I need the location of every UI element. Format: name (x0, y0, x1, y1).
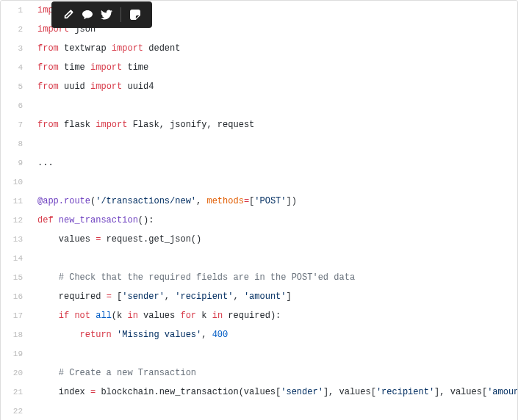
line-content: # Create a new Transaction (30, 363, 518, 383)
line-number[interactable]: 14 (1, 249, 30, 268)
code-line: 12def new_transaction(): (1, 211, 518, 230)
code-line: 22 (1, 402, 518, 420)
toolbar-divider (120, 7, 121, 22)
code-line: 11@app.route('/transactions/new', method… (1, 192, 518, 211)
line-number[interactable]: 10 (1, 173, 30, 192)
line-number[interactable]: 11 (1, 192, 30, 211)
line-number[interactable]: 20 (1, 363, 30, 383)
line-content: from time import time (30, 58, 518, 77)
code-line: 16 required = ['sender', 'recipient', 'a… (1, 287, 518, 306)
sticker-icon[interactable] (126, 7, 145, 22)
line-number[interactable]: 21 (1, 383, 30, 402)
line-number[interactable]: 1 (1, 1, 30, 20)
line-content (30, 134, 518, 153)
line-content: return 'Missing values', 400 (30, 325, 518, 344)
pencil-icon[interactable] (59, 7, 78, 22)
code-line: 4from time import time (1, 58, 518, 77)
line-content: from flask import Flask, jsonify, reques… (30, 115, 518, 134)
line-content: ... (30, 153, 518, 173)
line-content: required = ['sender', 'recipient', 'amou… (30, 287, 518, 306)
line-content: if not all(k in values for k in required… (30, 306, 518, 325)
line-number[interactable]: 5 (1, 77, 30, 96)
code-line: 21 index = blockchain.new_transaction(va… (1, 383, 518, 402)
code-line: 17 if not all(k in values for k in requi… (1, 306, 518, 325)
line-number[interactable]: 8 (1, 134, 30, 153)
line-number[interactable]: 4 (1, 58, 30, 77)
line-number[interactable]: 3 (1, 39, 30, 58)
code-line: 18 return 'Missing values', 400 (1, 325, 518, 344)
code-line: 10 (1, 173, 518, 192)
line-number[interactable]: 6 (1, 96, 30, 115)
code-line: 8 (1, 134, 518, 153)
line-content: def new_transaction(): (30, 211, 518, 230)
code-table: 1import hashlib2import json3from textwra… (1, 1, 518, 420)
line-content: index = blockchain.new_transaction(value… (30, 383, 518, 402)
line-number[interactable]: 13 (1, 230, 30, 249)
code-line: 5from uuid import uuid4 (1, 77, 518, 96)
line-content: from uuid import uuid4 (30, 77, 518, 96)
code-line: 6 (1, 96, 518, 115)
comment-icon[interactable] (78, 7, 97, 22)
code-line: 7from flask import Flask, jsonify, reque… (1, 115, 518, 134)
line-number[interactable]: 9 (1, 153, 30, 173)
line-number[interactable]: 2 (1, 20, 30, 39)
code-line: 13 values = request.get_json() (1, 230, 518, 249)
line-content: values = request.get_json() (30, 230, 518, 249)
line-number[interactable]: 18 (1, 325, 30, 344)
twitter-icon[interactable] (97, 7, 116, 22)
code-line: 3from textwrap import dedent (1, 39, 518, 58)
code-line: 19 (1, 344, 518, 363)
code-line: 20 # Create a new Transaction (1, 363, 518, 383)
line-content: # Check that the required fields are in … (30, 268, 518, 287)
code-line: 14 (1, 249, 518, 268)
line-content: @app.route('/transactions/new', methods=… (30, 192, 518, 211)
line-number[interactable]: 7 (1, 115, 30, 134)
line-number[interactable]: 19 (1, 344, 30, 363)
code-line: 15 # Check that the required fields are … (1, 268, 518, 287)
line-number[interactable]: 12 (1, 211, 30, 230)
code-viewer: 1import hashlib2import json3from textwra… (0, 0, 518, 420)
line-content (30, 402, 518, 420)
line-number[interactable]: 16 (1, 287, 30, 306)
line-number[interactable]: 17 (1, 306, 30, 325)
code-line: 9... (1, 153, 518, 173)
line-content (30, 173, 518, 192)
line-content (30, 96, 518, 115)
floating-toolbar (51, 1, 152, 28)
line-number[interactable]: 15 (1, 268, 30, 287)
line-content (30, 249, 518, 268)
line-number[interactable]: 22 (1, 402, 30, 420)
line-content (30, 344, 518, 363)
line-content: from textwrap import dedent (30, 39, 518, 58)
